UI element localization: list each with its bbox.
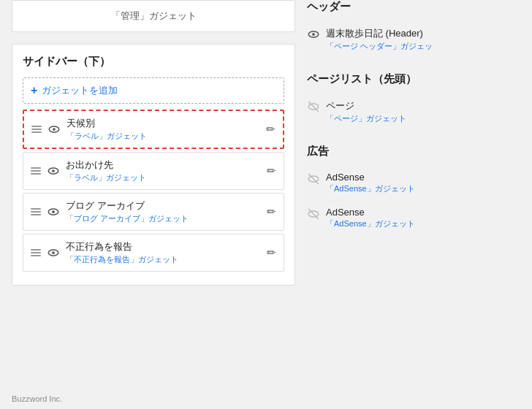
svg-point-1 [53,128,56,131]
right-gadget-name-page: ページ [326,99,520,112]
right-gadget-name-header: 週末散歩日記 (Header) [326,27,520,40]
right-section-pagelist: ページリスト（先頭） ページ 「ページ」ガジェット [307,72,520,130]
right-gadget-name-adsense1: AdSense [326,172,520,183]
gadget-info-blog-archive: ブログ アーカイブ 「ブログ アーカイブ」ガジェット [66,199,261,224]
right-section-title-pagelist: ページリスト（先頭） [307,72,520,86]
gadget-name-blog-archive: ブログ アーカイブ [66,199,261,213]
right-panel: ヘッダー 週末散歩日記 (Header) 「ページ ヘッダー」ガジェッ ページリ… [307,0,532,409]
drag-handle-blog-archive[interactable] [31,208,41,215]
add-gadget-label: ガジェットを追加 [42,84,118,97]
page-wrapper: 「管理」ガジェット サイドバー（下） + ガジェットを追加 [0,0,532,409]
visibility-icon-hukousei[interactable] [47,246,60,259]
edit-icon-blog-archive[interactable]: ✏ [267,205,276,218]
right-gadget-item-page[interactable]: ページ 「ページ」ガジェット [307,93,520,130]
visibility-icon-header[interactable] [307,28,320,41]
right-gadget-info-header: 週末散歩日記 (Header) 「ページ ヘッダー」ガジェッ [326,27,520,52]
add-gadget-row[interactable]: + ガジェットを追加 [23,77,284,104]
right-gadget-name-adsense2: AdSense [326,207,520,218]
visibility-icon-tenkibetsu[interactable] [48,123,61,136]
svg-point-5 [52,210,55,213]
visibility-icon-adsense2[interactable] [307,207,320,221]
gadget-info-odekake: お出かけ先 「ラベル」ガジェット [66,158,261,183]
gadget-info-hukousei: 不正行為を報告 「不正行為を報告」ガジェット [66,240,261,265]
right-gadget-item-adsense1[interactable]: AdSense 「AdSense」ガジェット [307,166,520,201]
gadget-type-hukousei: 「不正行為を報告」ガジェット [66,254,261,265]
drag-handle-odekake[interactable] [31,167,41,175]
right-gadget-type-adsense1: 「AdSense」ガジェット [326,183,520,194]
edit-icon-hukousei[interactable]: ✏ [267,246,276,259]
gadget-item-tenkibetsu[interactable]: 天候別 「ラベル」ガジェット ✏ [23,110,284,149]
gadget-item-blog-archive[interactable]: ブログ アーカイブ 「ブログ アーカイブ」ガジェット ✏ [23,193,284,231]
svg-point-9 [312,33,315,36]
stub-card: 「管理」ガジェット [12,0,295,32]
drag-handle-hukousei[interactable] [31,249,41,256]
right-section-ad: 広告 AdSense 「AdSense」ガジェット [307,145,520,235]
add-gadget-plus-icon: + [31,84,37,97]
right-section-header: ヘッダー 週末散歩日記 (Header) 「ページ ヘッダー」ガジェッ [307,0,520,58]
footer-text: Buzzword Inc. [12,394,62,403]
gadget-name-tenkibetsu: 天候別 [66,117,260,130]
right-gadget-type-adsense2: 「AdSense」ガジェット [326,218,520,229]
right-gadget-info-adsense1: AdSense 「AdSense」ガジェット [326,172,520,194]
svg-point-7 [52,251,55,254]
right-gadget-item-header[interactable]: 週末散歩日記 (Header) 「ページ ヘッダー」ガジェッ [307,21,520,58]
gadget-list: 天候別 「ラベル」ガジェット ✏ [23,110,284,272]
right-gadget-type-page: 「ページ」ガジェット [326,113,520,124]
edit-icon-tenkibetsu[interactable]: ✏ [266,123,276,136]
visibility-icon-page[interactable] [307,100,320,113]
svg-point-3 [52,169,55,172]
gadget-info-tenkibetsu: 天候別 「ラベル」ガジェット [66,117,260,142]
visibility-icon-odekake[interactable] [47,164,60,177]
right-section-title-header: ヘッダー [307,0,520,14]
gadget-type-odekake: 「ラベル」ガジェット [66,172,261,183]
right-gadget-info-page: ページ 「ページ」ガジェット [326,99,520,124]
right-section-title-ad: 広告 [307,145,520,158]
gadget-type-tenkibetsu: 「ラベル」ガジェット [66,131,260,142]
right-gadget-item-adsense2[interactable]: AdSense 「AdSense」ガジェット [307,201,520,235]
gadget-name-odekake: お出かけ先 [66,158,261,172]
sidebar-section-card: サイドバー（下） + ガジェットを追加 [12,44,295,286]
stub-card-text: 「管理」ガジェット [111,9,197,23]
sidebar-section-title: サイドバー（下） [23,55,284,69]
left-panel: 「管理」ガジェット サイドバー（下） + ガジェットを追加 [0,0,307,409]
drag-handle-tenkibetsu[interactable] [31,126,42,133]
visibility-icon-blog-archive[interactable] [47,205,60,218]
footer: Buzzword Inc. [12,394,62,403]
gadget-type-blog-archive: 「ブログ アーカイブ」ガジェット [66,213,261,224]
visibility-icon-adsense1[interactable] [307,172,320,186]
gadget-name-hukousei: 不正行為を報告 [66,240,261,253]
edit-icon-odekake[interactable]: ✏ [267,164,276,177]
gadget-item-odekake[interactable]: お出かけ先 「ラベル」ガジェット ✏ [23,152,284,190]
right-gadget-type-header: 「ページ ヘッダー」ガジェッ [326,41,520,52]
gadget-item-hukousei[interactable]: 不正行為を報告 「不正行為を報告」ガジェット ✏ [23,234,284,272]
right-gadget-info-adsense2: AdSense 「AdSense」ガジェット [326,207,520,229]
